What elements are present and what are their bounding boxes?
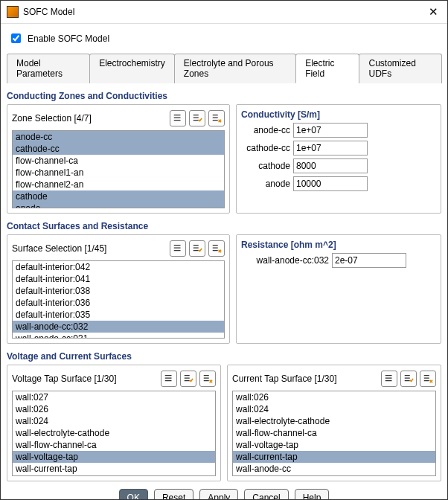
tab-customized-udfs[interactable]: Customized UDFs [359,54,442,83]
dialog-window: SOFC Model ✕ Enable SOFC Model Model Par… [0,0,448,500]
content-area: Enable SOFC Model Model ParametersElectr… [1,24,447,499]
select-check-icon[interactable] [189,240,205,257]
list-item[interactable]: wall-electrolyte-cathode [13,427,215,439]
button-bar: OK Reset Apply Cancel Help [7,481,441,499]
voltage-listbox[interactable]: wall:027wall:026wall:024wall-electrolyte… [12,391,216,476]
value-input[interactable] [332,253,406,268]
tab-electrochemistry[interactable]: Electrochemistry [89,54,175,83]
ok-button[interactable]: OK [119,489,148,499]
list-item[interactable]: cathode [13,190,224,202]
surface-listbox[interactable]: default-interior:042default-interior:041… [12,260,225,339]
select-all-icon[interactable] [170,110,186,126]
list-item[interactable]: flow-channel1-an [13,167,224,179]
select-check-icon[interactable] [180,371,196,387]
enable-sofc-checkbox[interactable]: Enable SOFC Model [7,27,441,53]
current-tap-label: Current Tap Surface [1/30] [232,374,337,384]
app-icon [7,6,19,18]
list-item[interactable]: default-interior:041 [13,273,224,285]
list-item[interactable]: wall-anode-cc:032 [13,321,224,333]
list-item[interactable]: flow-channel-ca [13,155,224,167]
list-item[interactable]: wall-current-tap [13,463,215,475]
value-input[interactable] [293,123,368,138]
list-item[interactable]: default-interior:038 [13,285,224,297]
current-listbox[interactable]: wall:026wall:024wall-electrolyte-cathode… [232,391,436,476]
list-item[interactable]: default-interior:035 [13,309,224,321]
list-item[interactable]: wall:026 [13,403,215,415]
list-item[interactable]: flow-channel2-an [13,179,224,190]
voltage-tap-label: Voltage Tap Surface [1/30] [12,374,117,384]
field-label: anode [241,179,290,189]
select-all-icon[interactable] [170,240,186,257]
tab-electrolyte-and-porous-zones[interactable]: Electrolyte and Porous Zones [174,54,296,83]
section-contact-title: Contact Surfaces and Resistance [7,221,441,231]
list-item[interactable]: default-interior:036 [13,297,224,309]
list-item[interactable]: wall-anode-cc:031 [13,333,224,339]
list-item[interactable]: wall-voltage-tap [13,451,215,463]
cancel-button[interactable]: Cancel [244,489,288,499]
list-item[interactable]: wall-flow-channel-ca [233,427,435,439]
value-input[interactable] [293,176,368,191]
field-label: anode-cc [241,125,290,135]
field-label: cathode-cc [241,143,290,153]
value-input[interactable] [293,141,368,156]
voltage-tap-panel: Voltage Tap Surface [1/30] wall:027wall:… [7,365,221,481]
close-icon[interactable]: ✕ [426,5,441,19]
field-label: cathode [241,161,290,171]
list-item[interactable]: default-interior:042 [13,261,224,273]
select-all-icon[interactable] [161,371,177,387]
select-check-icon[interactable] [400,371,417,387]
conductivity-label: Conductivity [S/m] [241,109,436,120]
enable-sofc-checkbox-input[interactable] [11,33,21,43]
titlebar: SOFC Model ✕ [1,1,447,24]
list-item[interactable]: wall-current-tap [233,451,435,463]
zone-selection-panel: Zone Selection [4/7] anode-cccathode-ccf… [7,104,230,214]
list-item[interactable]: wall-electrolyte-cathode [233,415,435,427]
list-item[interactable]: wall-flow-channel-ca [13,439,215,451]
apply-button[interactable]: Apply [199,489,238,499]
select-check-icon[interactable] [189,110,205,126]
list-item[interactable]: anode-cc [13,131,224,143]
list-item[interactable]: wall:026 [233,391,435,403]
surface-selection-label: Surface Selection [1/45] [12,243,106,254]
field-label: wall-anode-cc:032 [241,255,329,266]
resistance-label: Resistance [ohm m^2] [241,240,436,250]
deselect-icon[interactable] [208,240,225,257]
surface-selection-panel: Surface Selection [1/45] default-interio… [7,234,230,344]
tab-model-parameters[interactable]: Model Parameters [7,54,90,83]
tab-bar: Model ParametersElectrochemistryElectrol… [7,53,441,83]
deselect-icon[interactable] [199,371,216,387]
list-item[interactable]: wall:027 [13,391,215,403]
list-item[interactable]: wall-anode-cc [233,463,435,475]
list-item[interactable]: wall:024 [233,403,435,415]
list-item[interactable]: wall:024 [13,415,215,427]
select-all-icon[interactable] [381,371,397,387]
zone-listbox[interactable]: anode-cccathode-ccflow-channel-caflow-ch… [12,130,225,208]
section-voltage-title: Voltage and Current Surfaces [7,351,441,362]
enable-sofc-label: Enable SOFC Model [28,33,109,44]
current-tap-panel: Current Tap Surface [1/30] wall:026wall:… [227,365,441,481]
list-item[interactable]: wall-voltage-tap [233,439,435,451]
deselect-icon[interactable] [420,371,436,387]
list-item[interactable]: cathode-cc [13,143,224,155]
deselect-icon[interactable] [208,110,225,126]
section-zones-title: Conducting Zones and Conductivities [7,91,441,101]
conductivity-panel: Conductivity [S/m] anode-cccathode-cccat… [236,104,441,214]
help-button[interactable]: Help [295,489,330,499]
resistance-panel: Resistance [ohm m^2] wall-anode-cc:032 [236,234,441,344]
zone-selection-label: Zone Selection [4/7] [12,113,92,124]
window-title: SOFC Model [23,7,426,17]
tab-electric-field[interactable]: Electric Field [295,54,359,83]
reset-button[interactable]: Reset [154,489,193,499]
value-input[interactable] [293,158,368,173]
list-item[interactable]: anode [13,202,224,208]
